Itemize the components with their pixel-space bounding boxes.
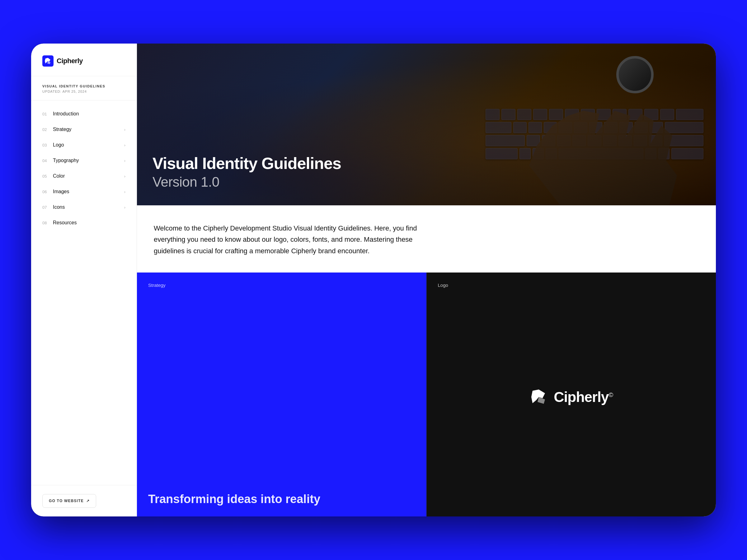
key (486, 122, 511, 133)
hero-section: Visual Identity Guidelines Version 1.0 (137, 44, 716, 205)
strategy-card-label: Strategy (148, 283, 415, 288)
sidebar: Cipherly Visual Identity Guidelines Upda… (31, 44, 137, 516)
strategy-card-text: Transforming ideas into reality (148, 492, 415, 506)
strategy-chevron-icon: › (124, 127, 125, 132)
hero-title: Visual Identity Guidelines (153, 155, 341, 172)
strategy-card: Strategy Transforming ideas into reality (137, 272, 427, 516)
icons-chevron-icon: › (124, 205, 125, 210)
key (486, 135, 525, 146)
sidebar-meta: Visual Identity Guidelines Updated: Apr … (31, 76, 137, 101)
color-chevron-icon: › (124, 174, 125, 179)
sidebar-item-images[interactable]: 06 Images › (31, 184, 137, 199)
meta-date: Updated: Apr 25, 2024 (42, 89, 125, 93)
hero-text-area: Visual Identity Guidelines Version 1.0 (153, 155, 341, 190)
hero-subtitle: Version 1.0 (153, 174, 341, 190)
sidebar-footer: Go To Website ↗ (31, 485, 137, 516)
images-chevron-icon: › (124, 189, 125, 194)
cipherly-card-logo-text: Cipherly© (554, 389, 613, 405)
key (486, 109, 499, 120)
sidebar-item-strategy[interactable]: 02 Strategy › (31, 122, 137, 137)
key (513, 122, 526, 133)
sidebar-nav: 01 Introduction 02 Strategy › 03 Logo › (31, 101, 137, 485)
hero-background: Visual Identity Guidelines Version 1.0 (137, 44, 716, 205)
logo-chevron-icon: › (124, 143, 125, 148)
description-text: Welcome to the Cipherly Development Stud… (154, 223, 434, 257)
sidebar-item-introduction[interactable]: 01 Introduction (31, 106, 137, 122)
headphone-object (616, 56, 654, 93)
logo-card-label: Logo (438, 283, 705, 288)
card-logo-copyright: © (609, 391, 613, 398)
cards-grid: Strategy Transforming ideas into reality… (137, 272, 716, 516)
sidebar-logo-area: Cipherly (31, 44, 137, 76)
logo-card: Logo Cipherly© (427, 272, 716, 516)
main-content: Visual Identity Guidelines Version 1.0 W… (137, 44, 716, 516)
sidebar-item-logo[interactable]: 03 Logo › (31, 137, 137, 153)
goto-label: Go To Website (49, 499, 84, 503)
sidebar-item-typography[interactable]: 04 Typography › (31, 153, 137, 168)
device-frame: Cipherly Visual Identity Guidelines Upda… (31, 44, 716, 516)
sidebar-logo-text: Cipherly (57, 57, 83, 65)
key (501, 109, 515, 120)
cipherly-card-logo-icon (530, 388, 548, 406)
sidebar-item-color[interactable]: 05 Color › (31, 168, 137, 184)
sidebar-item-icons[interactable]: 07 Icons › (31, 199, 137, 215)
meta-title: Visual Identity Guidelines (42, 84, 125, 88)
typography-chevron-icon: › (124, 158, 125, 163)
logo-card-logo: Cipherly© (438, 288, 705, 506)
key (486, 148, 518, 159)
hand-shape (529, 106, 685, 205)
goto-website-button[interactable]: Go To Website ↗ (42, 494, 96, 508)
cipherly-logo-icon (42, 55, 54, 66)
hand-visual (529, 106, 685, 205)
goto-arrow-icon: ↗ (86, 499, 89, 503)
description-section: Welcome to the Cipherly Development Stud… (137, 205, 716, 272)
sidebar-item-resources[interactable]: 08 Resources (31, 215, 137, 231)
strategy-card-content: Transforming ideas into reality (148, 492, 415, 506)
